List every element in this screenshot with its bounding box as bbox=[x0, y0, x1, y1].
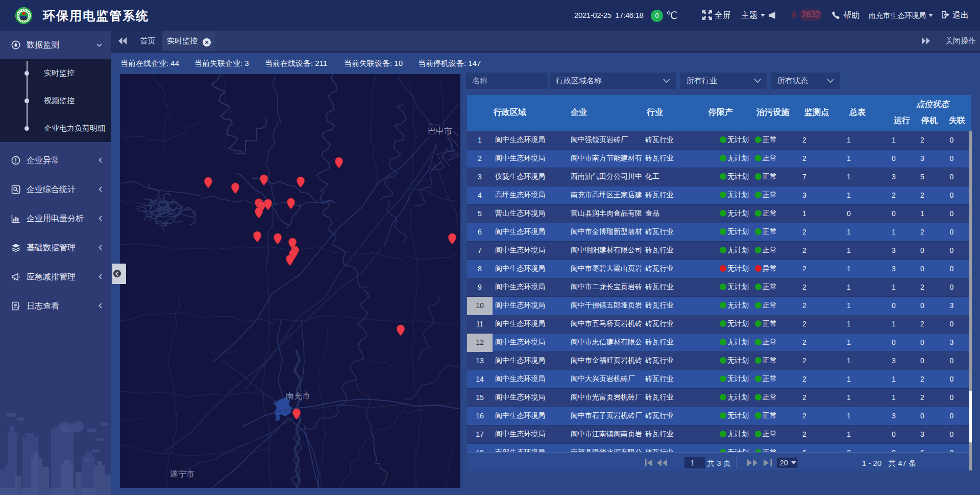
svg-text:1 - 20: 1 - 20 bbox=[862, 459, 881, 467]
svg-text:20: 20 bbox=[780, 459, 788, 467]
svg-text:1: 1 bbox=[691, 458, 695, 467]
svg-text:共 47 条: 共 47 条 bbox=[888, 459, 916, 467]
svg-text:共 3 页: 共 3 页 bbox=[707, 459, 731, 467]
